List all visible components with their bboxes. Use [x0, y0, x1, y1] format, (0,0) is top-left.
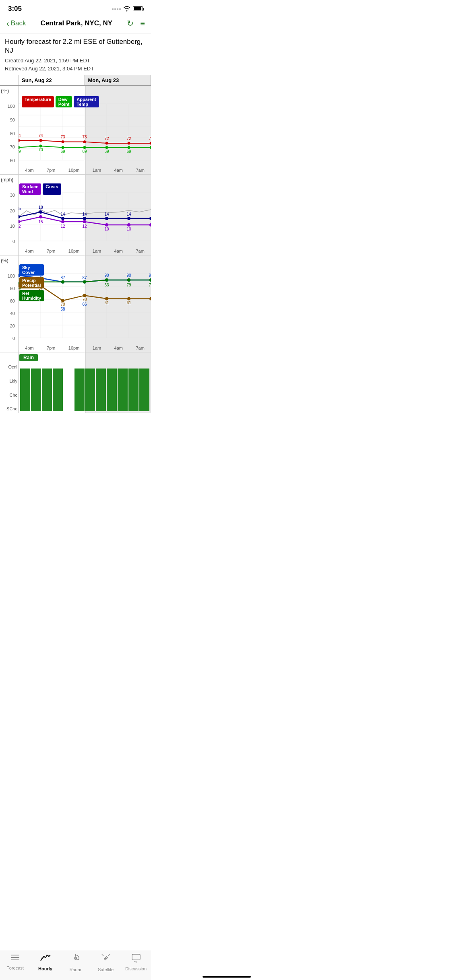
svg-point-19 [39, 145, 42, 148]
temp-legend-temperature: Temperature [22, 96, 54, 107]
svg-text:69: 69 [104, 149, 109, 154]
back-button[interactable]: ‹ Back [6, 19, 26, 28]
svg-point-54 [19, 220, 20, 223]
svg-point-17 [150, 142, 151, 145]
refresh-icon[interactable]: ↻ [127, 19, 134, 28]
svg-point-15 [105, 142, 108, 145]
day-label-sun: Sun, Aug 22 [19, 75, 85, 85]
svg-point-97 [149, 278, 151, 282]
day-headers: Sun, Aug 22 Mon, Aug 23 [0, 75, 151, 86]
svg-point-14 [83, 140, 86, 143]
svg-point-96 [127, 278, 130, 282]
svg-point-102 [105, 297, 108, 301]
forecast-title: Hourly forecast for 2.2 mi ESE of Gutten… [5, 37, 146, 55]
svg-point-50 [83, 217, 86, 220]
svg-text:66: 66 [82, 302, 87, 307]
svg-text:14: 14 [104, 212, 109, 216]
svg-point-58 [105, 223, 108, 226]
temp-y-90: 90 [8, 117, 17, 122]
back-label: Back [11, 19, 26, 27]
svg-point-52 [127, 217, 130, 220]
wind-y-0: 0 [10, 239, 17, 244]
svg-text:90: 90 [104, 273, 109, 278]
sky-legend-precip: Precip Potential [19, 277, 44, 288]
sky-y-20: 20 [8, 323, 17, 328]
rain-chart: Rain Ocnl Lkly Chc SChc [0, 352, 151, 413]
svg-point-104 [149, 297, 151, 301]
svg-text:12: 12 [19, 224, 21, 229]
svg-point-11 [19, 139, 20, 142]
temp-unit: (°F) [1, 88, 9, 94]
svg-text:15: 15 [19, 206, 21, 211]
nav-title: Central Park, NYC, NY [41, 19, 113, 27]
svg-point-59 [127, 223, 130, 226]
nav-actions: ↻ ≡ [127, 19, 145, 28]
sky-y-100: 100 [8, 274, 17, 278]
sky-chart: (%) Sky Cover Precip Potential Rel Humid… [0, 255, 151, 352]
svg-text:69: 69 [60, 149, 65, 154]
svg-point-16 [128, 142, 130, 145]
back-arrow-icon: ‹ [6, 19, 9, 28]
temp-legend-apparent: Apparent Temp [74, 96, 99, 107]
battery-icon [133, 6, 143, 11]
sky-x-7pm: 7pm [47, 346, 55, 350]
wind-x-1am: 1am [93, 249, 101, 253]
svg-text:69: 69 [19, 149, 21, 154]
svg-text:79: 79 [126, 283, 131, 287]
svg-text:69: 69 [126, 149, 131, 154]
svg-text:14: 14 [82, 212, 87, 216]
created-date: Created Aug 22, 2021, 1:59 PM EDT [5, 57, 146, 65]
svg-text:72: 72 [149, 136, 151, 141]
svg-text:79: 79 [149, 283, 151, 287]
temp-x-4am: 4am [114, 168, 123, 173]
svg-text:70: 70 [60, 302, 65, 307]
svg-point-48 [39, 210, 42, 214]
sky-x-10pm: 10pm [68, 346, 80, 350]
menu-icon[interactable]: ≡ [140, 19, 145, 28]
svg-text:74: 74 [38, 134, 43, 138]
wind-x-10pm: 10pm [68, 249, 80, 253]
temp-y-80: 80 [8, 131, 17, 136]
header-info: Hourly forecast for 2.2 mi ESE of Gutten… [0, 33, 151, 75]
svg-text:18: 18 [38, 205, 43, 210]
svg-point-22 [105, 146, 108, 149]
nav-bar: ‹ Back Central Park, NYC, NY ↻ ≡ [0, 15, 151, 33]
svg-text:72: 72 [104, 136, 109, 141]
svg-point-23 [128, 146, 130, 149]
svg-text:73: 73 [60, 135, 65, 139]
sky-unit: (%) [1, 258, 8, 264]
svg-point-53 [149, 217, 151, 220]
svg-text:15: 15 [38, 220, 43, 224]
wind-chart: (mph) Surface Wind Gusts 30 20 10 0 [0, 175, 151, 255]
sky-legend-humidity: Rel Humidity [19, 290, 44, 301]
svg-text:70: 70 [82, 297, 87, 302]
wind-y-30: 30 [10, 193, 17, 198]
wind-x-7pm: 7pm [47, 249, 55, 253]
svg-text:73: 73 [82, 135, 87, 139]
wind-x-4pm: 4pm [25, 249, 33, 253]
svg-point-49 [61, 217, 64, 220]
status-icons [112, 6, 143, 12]
temp-x-7am: 7am [136, 168, 144, 173]
svg-text:61: 61 [104, 301, 109, 305]
svg-text:90: 90 [126, 273, 131, 278]
temp-y-60: 60 [8, 158, 17, 163]
svg-text:61: 61 [126, 301, 131, 305]
sky-y-40: 40 [8, 311, 17, 316]
wind-x-7am: 7am [136, 249, 144, 253]
svg-text:14: 14 [126, 212, 131, 216]
retrieved-date: Retrieved Aug 22, 2021, 3:04 PM EDT [5, 65, 146, 73]
wind-y-10: 10 [10, 224, 17, 229]
sky-x-7am: 7am [136, 346, 144, 350]
svg-text:58: 58 [60, 307, 65, 311]
temp-x-4pm: 4pm [25, 168, 33, 173]
svg-point-57 [83, 220, 86, 223]
sky-y-0: 0 [8, 336, 17, 341]
svg-point-60 [149, 223, 151, 226]
temp-x-7pm: 7pm [47, 168, 55, 173]
svg-point-93 [61, 280, 64, 284]
svg-text:74: 74 [19, 134, 21, 138]
svg-point-13 [62, 140, 64, 143]
svg-text:63: 63 [104, 283, 109, 287]
svg-text:12: 12 [60, 224, 65, 229]
